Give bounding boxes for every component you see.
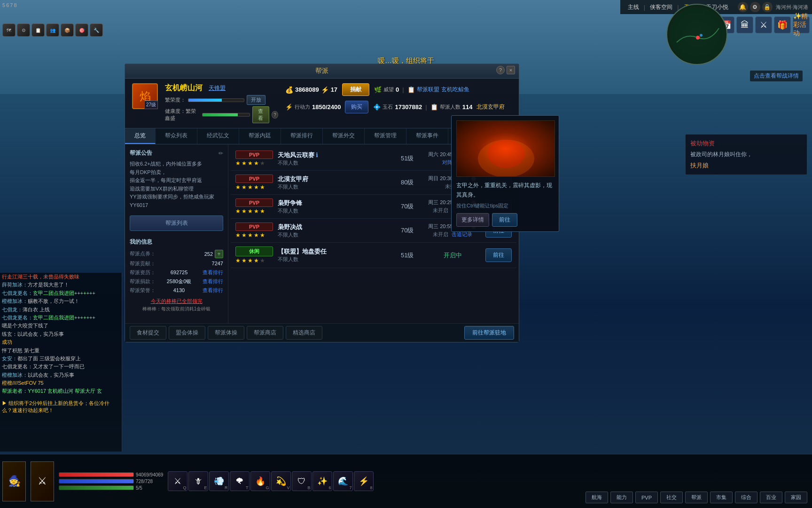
donation-row: 帮派捐款： 2580金0银 查看排行: [130, 278, 223, 285]
edit-icon[interactable]: ✏: [219, 150, 223, 157]
act-level-4: 70级: [401, 226, 420, 235]
donation-link[interactable]: 查看排行: [203, 278, 223, 285]
act-title-5: 【联盟】地盘委任: [278, 247, 396, 256]
jade-stat: 💠 玉石 17307882 | 📋 帮派人数 114 北漠玄甲府: [373, 103, 505, 111]
tab-members[interactable]: 帮众列表: [156, 128, 197, 144]
battle-detail-link[interactable]: 点击查看帮战详情: [750, 71, 803, 81]
skill-slot-10[interactable]: ⚡8: [354, 471, 374, 491]
donate-button[interactable]: 捐献: [342, 83, 369, 96]
health-row: 健康度：繁荣鑫盛 查看 ?: [165, 106, 278, 123]
hud-icon-1[interactable]: 🗺: [2, 24, 16, 37]
bottom-tab-alliance[interactable]: 盟会体操: [169, 326, 205, 340]
tab-ranking[interactable]: 帮派排行: [281, 128, 323, 144]
tip-icon-1[interactable]: ℹ: [316, 151, 318, 159]
nav-social[interactable]: 社交: [660, 492, 683, 503]
ally-name[interactable]: 玄机吃鲸鱼: [441, 86, 469, 94]
svg-point-1: [487, 140, 525, 168]
hud-icon-4[interactable]: 👥: [46, 24, 59, 37]
tab-court[interactable]: 帮派内廷: [239, 128, 281, 144]
hotkey-numbers: 5 6 7 8: [2, 2, 17, 8]
bottom-tab-select-shop[interactable]: 精选商店: [286, 326, 322, 340]
char-portrait-2[interactable]: ⚔: [31, 461, 54, 501]
resources-value: 692725: [171, 270, 188, 275]
hud-icon-6[interactable]: 🎯: [75, 24, 88, 37]
gold-stat: 💰 3868089 ⚡ 17: [285, 86, 337, 94]
panel-sidebar: 帮派公告 ✏ 招收6.2+战犯，内外城位置多多 每月DKP拍卖， 捐金返一半，每…: [125, 144, 228, 323]
contrib-value: 7247: [212, 261, 223, 266]
help-circle-icon[interactable]: ?: [272, 111, 278, 119]
chat-line: 七倡龙：薄白衣 上线: [0, 306, 122, 314]
member-list-button[interactable]: 帮派列表: [130, 215, 223, 231]
nav-crafts[interactable]: 百业: [760, 492, 782, 503]
panel-close-button[interactable]: ×: [507, 66, 515, 74]
tab-diplomacy[interactable]: 帮派外交: [323, 128, 365, 144]
nav-ability[interactable]: 能力: [610, 492, 633, 503]
tab-management[interactable]: 帮派管理: [365, 128, 406, 144]
more-detail-button[interactable]: 更多详情: [456, 213, 489, 227]
npc-name[interactable]: 扶月娘: [690, 161, 802, 170]
ally-link[interactable]: 帮派联盟: [417, 86, 439, 94]
guild-alliance-link[interactable]: 天锋盟: [209, 84, 226, 92]
bottom-tab-shop[interactable]: 帮派商店: [247, 326, 283, 340]
act-title-2: 北漠玄甲府: [278, 175, 396, 183]
tab-culture[interactable]: 经武弘文: [197, 128, 239, 144]
skill-slot-8[interactable]: ✨6: [312, 471, 332, 491]
skill-slot-5[interactable]: 🔥G: [250, 471, 270, 491]
panel-help-button[interactable]: ?: [496, 66, 505, 74]
char-portrait-1[interactable]: 🧙: [2, 461, 26, 501]
hud-icon-3[interactable]: 📋: [31, 24, 45, 37]
buy-button[interactable]: 购买: [345, 101, 368, 113]
skill-slot-6[interactable]: 💫V: [271, 471, 291, 491]
nav-pvp[interactable]: PVP: [635, 492, 658, 503]
pvp-badge-4: PVP: [235, 222, 273, 231]
contrib-row: 帮派贡献： 7247: [130, 260, 223, 267]
rest-badge-5: 休闲: [235, 246, 273, 256]
tab-events[interactable]: 帮派事件: [406, 128, 448, 144]
chat-line: 女安：都出了面 三级盟会校服穿上: [0, 355, 122, 363]
skill-slot-9[interactable]: 🌊7: [333, 471, 353, 491]
health-fill: [203, 113, 238, 116]
resources-label: 帮派资历：: [130, 269, 156, 276]
hud-icon-2[interactable]: ⚙: [17, 24, 30, 37]
go-button-5[interactable]: 前往: [485, 248, 512, 262]
goto-base-button[interactable]: 前往帮派驻地: [464, 326, 514, 340]
tooltip-go-button[interactable]: 前往: [492, 213, 517, 227]
honor-link[interactable]: 查看排行: [203, 287, 223, 294]
bottom-tab-guild[interactable]: 帮派体操: [208, 326, 244, 340]
sp-bar-fill: [59, 486, 133, 490]
skill-slot-2[interactable]: 🗡E: [188, 471, 208, 491]
skill-slot-7[interactable]: 🛡B: [292, 471, 312, 491]
chat-panel: 行走江湖三十载，未曾品得失败味 薛荷加冰：方才是我大意了！ 七倡龙更名：玄甲二团…: [0, 273, 122, 452]
hp-bar-track: [59, 472, 134, 477]
view-button[interactable]: 查看: [252, 106, 270, 123]
hud-icon-5[interactable]: 📦: [61, 24, 74, 37]
resources-link[interactable]: 查看排行: [203, 269, 223, 276]
fire-svg: [457, 121, 554, 176]
top-hud: 5 6 7 8 🗺 ⚙ 📋 👥 📦 🎯 🔧: [0, 0, 812, 47]
bottom-tab-food[interactable]: 食材提交: [130, 326, 166, 340]
announcement-header: 帮派公告 ✏: [130, 149, 223, 157]
act-status-4: 未开启 击追记录: [424, 231, 481, 238]
mp-value: 728/728: [136, 479, 153, 484]
nav-navigation[interactable]: 航海: [586, 492, 608, 503]
tab-overview[interactable]: 总览: [125, 128, 156, 144]
nav-guild[interactable]: 帮派: [685, 492, 708, 503]
nav-general[interactable]: 综合: [735, 492, 757, 503]
hp-bar-row: 94069/94069: [59, 472, 163, 477]
act-title-3: 枭野争锋: [278, 199, 396, 207]
add-points-button[interactable]: +: [215, 250, 223, 258]
sp-bar-row: 5/5: [59, 485, 163, 491]
chat-line: 嗯是个大咬货下线了: [0, 322, 122, 330]
skill-slot-3[interactable]: 💨R: [209, 471, 229, 491]
skill-slot-1[interactable]: ⚔Q: [168, 471, 187, 491]
nav-market[interactable]: 市集: [710, 492, 733, 503]
stars-2: ★ ★ ★ ★ ★: [235, 184, 273, 190]
skill-slot-4[interactable]: 🌪T: [230, 471, 250, 491]
record-link-4[interactable]: 击追记录: [452, 231, 472, 237]
panel-title: 帮派: [315, 67, 328, 74]
nav-home[interactable]: 家园: [785, 492, 807, 503]
stars-1: ★ ★ ★ ★ ★: [235, 160, 273, 167]
hud-icon-7[interactable]: 🔧: [90, 24, 103, 37]
open-button[interactable]: 开放: [247, 95, 265, 105]
guild-emblem: 焰 27级: [132, 83, 158, 109]
